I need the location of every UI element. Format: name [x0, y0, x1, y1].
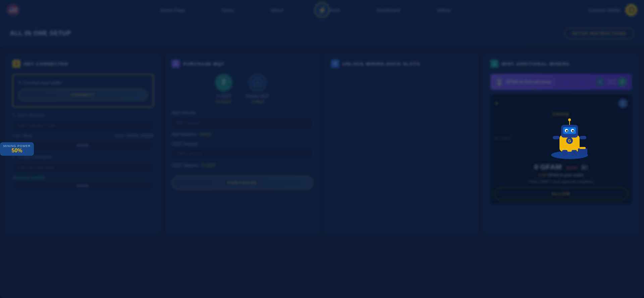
miner-robot-container: G: [512, 116, 628, 161]
svg-point-13: [568, 118, 571, 121]
svg-point-11: [572, 130, 574, 132]
svg-point-10: [566, 130, 568, 132]
svg-rect-16: [562, 150, 568, 155]
card-unlock-mining: 3 UNLOCK MINING DOCK SLOTS: [325, 53, 479, 235]
svg-rect-20: [578, 148, 587, 155]
svg-rect-21: [580, 147, 586, 149]
mining-power-label: MINING POWER: [3, 144, 31, 148]
miner-robot-svg: G: [548, 116, 591, 160]
svg-rect-15: [580, 136, 586, 139]
main-grid: 1 GET CONNECTED 1. Connect your wallet C…: [0, 53, 644, 241]
mining-power-badge: MINING POWER 50%: [0, 142, 34, 156]
svg-rect-17: [572, 150, 577, 155]
mining-power-value: 50%: [3, 148, 31, 154]
svg-text:G: G: [568, 139, 571, 143]
svg-rect-14: [553, 136, 559, 139]
